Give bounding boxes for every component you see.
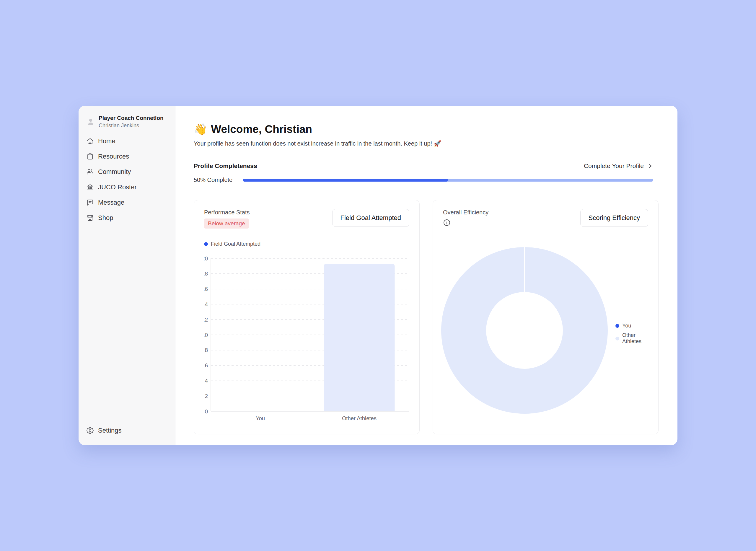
sidebar-item-shop[interactable]: Shop [79,210,175,225]
chevron-right-icon [647,163,653,169]
sidebar-item-label: Community [98,168,131,176]
profile-completeness-title: Profile Completeness [194,162,257,169]
users-icon [86,168,94,175]
sidebar-nav: Home Resources Community [79,133,175,225]
efficiency-head-left: Overall Efficiency [443,209,489,228]
donut-legend: You Other Athletes [615,323,648,345]
below-average-badge: Below average [204,218,249,228]
svg-text:14: 14 [204,301,208,308]
svg-text:10: 10 [204,332,208,338]
svg-text:20: 20 [204,255,208,261]
profile-completeness-section: Profile Completeness Complete Your Profi… [194,162,653,183]
sidebar-item-settings[interactable]: Settings [79,423,175,438]
efficiency-card-title: Overall Efficiency [443,209,489,216]
welcome-text: Welcome, Christian [211,123,312,135]
app-window: Player Coach Connetion Christian Jenkins… [79,106,677,445]
legend-dot [615,337,619,341]
svg-text:0: 0 [205,408,208,415]
sidebar-item-label: Message [98,199,124,206]
sidebar-item-message[interactable]: Message [79,195,175,210]
profile-row[interactable]: Player Coach Connetion Christian Jenkins [79,115,175,129]
sidebar-item-label: Settings [98,427,122,434]
avatar-person-icon [86,117,95,126]
efficiency-select-dropdown[interactable]: Scoring Efficiency [580,209,648,227]
bar-chart: 02468101214161820YouOther Athletes [204,252,409,422]
legend-label: Other Athletes [622,332,648,345]
sidebar-item-home[interactable]: Home [79,133,175,149]
page-background: Player Coach Connetion Christian Jenkins… [0,0,756,551]
sidebar-item-community[interactable]: Community [79,164,175,179]
legend-dot [204,242,208,246]
profile-text: Player Coach Connetion Christian Jenkins [99,115,164,129]
landmark-icon [86,184,94,191]
legend-label: You [622,323,631,329]
progress-percent-label: 50% Complete [194,176,243,183]
donut-chart [441,247,608,414]
stats-cards-row: Performace Stats Below average Field Goa… [194,200,659,434]
performance-card-title: Performace Stats [204,209,250,216]
svg-text:6: 6 [205,362,208,369]
svg-text:Other Athletes: Other Athletes [342,415,376,421]
sidebar-item-label: Resources [98,153,129,160]
donut-legend-item-others: Other Athletes [615,332,648,345]
sidebar-spacer [79,225,175,423]
clipboard-icon [86,153,94,160]
legend-label: Field Goal Attempted [211,241,260,247]
store-icon [86,214,94,221]
complete-profile-label: Complete Your Profile [584,162,644,169]
sidebar-item-label: Home [98,137,115,145]
info-icon[interactable] [443,219,451,226]
performance-stats-card: Performace Stats Below average Field Goa… [194,200,420,434]
wave-emoji: 👋 [194,123,207,135]
bar-chart-legend: Field Goal Attempted [204,241,409,247]
svg-text:8: 8 [205,347,208,353]
donut-legend-item-you: You [615,323,648,329]
page-title: 👋 Welcome, Christian [194,123,659,135]
sidebar-item-label: Shop [98,214,113,222]
performance-head-left: Performace Stats Below average [204,209,250,228]
home-icon [86,138,94,145]
stat-select-dropdown[interactable]: Field Goal Attempted [332,209,409,227]
sidebar-item-label: JUCO Roster [98,183,137,191]
svg-text:2: 2 [205,393,208,399]
main-content: 👋 Welcome, Christian Your profile has se… [175,106,677,445]
sidebar-item-juco-roster[interactable]: JUCO Roster [79,179,175,195]
svg-text:4: 4 [205,378,208,384]
gear-icon [86,427,94,434]
message-icon [86,199,94,206]
svg-text:18: 18 [204,270,208,277]
svg-text:You: You [256,415,265,421]
app-title: Player Coach Connetion [99,115,164,122]
complete-profile-link[interactable]: Complete Your Profile [584,162,653,169]
welcome-subtitle: Your profile has seen function does not … [194,140,659,147]
sidebar: Player Coach Connetion Christian Jenkins… [79,106,175,445]
svg-text:12: 12 [204,317,208,323]
donut-region: You Other Athletes [443,228,648,417]
sidebar-item-resources[interactable]: Resources [79,149,175,164]
overall-efficiency-card: Overall Efficiency Scoring Efficiency [433,200,659,434]
progress-fill [243,179,448,181]
user-name: Christian Jenkins [99,122,164,129]
legend-dot [615,324,619,328]
progress-bar [243,179,653,181]
svg-text:16: 16 [204,286,208,292]
